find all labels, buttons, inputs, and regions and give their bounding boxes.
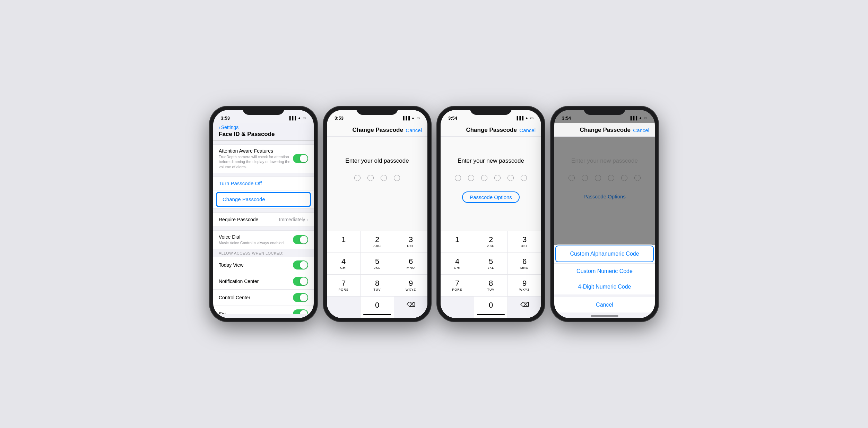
custom-numeric-item[interactable]: Custom Numeric Code bbox=[554, 263, 655, 279]
action-sheet-items: Custom Alphanumeric Code Custom Numeric … bbox=[554, 245, 655, 294]
dot-3-6 bbox=[521, 175, 527, 181]
home-bar-4 bbox=[591, 315, 618, 317]
wifi-icon-3: ▲ bbox=[525, 116, 529, 120]
key-2-7[interactable]: 7PQRS bbox=[327, 275, 360, 296]
key-2-1[interactable]: 1 bbox=[327, 231, 360, 252]
attention-label: Attention Aware Features bbox=[219, 148, 293, 154]
turn-passcode-off-row[interactable]: Turn Passcode Off bbox=[213, 177, 314, 190]
phone-1: 3:53 ▐▐▐ ▲ ▭ ‹ Settings Face ID & Passco… bbox=[210, 106, 317, 322]
row-attention: Attention Aware Features TrueDepth camer… bbox=[213, 144, 314, 173]
status-icons-2: ▐▐▐ ▲ ▭ bbox=[402, 116, 420, 120]
attention-toggle[interactable] bbox=[293, 154, 308, 163]
dot-2-2 bbox=[367, 175, 374, 181]
voice-dial-content: Voice Dial Music Voice Control is always… bbox=[219, 234, 285, 245]
signal-icon: ▐▐▐ bbox=[288, 116, 296, 120]
key-3-1[interactable]: 1 bbox=[441, 231, 474, 252]
battery-icon-4: ▭ bbox=[644, 116, 647, 120]
time-2: 3:53 bbox=[335, 115, 344, 121]
key-2-3[interactable]: 3DEF bbox=[394, 231, 427, 252]
key-3-8[interactable]: 8TUV bbox=[474, 275, 507, 296]
time-3: 3:54 bbox=[448, 115, 457, 121]
key-3-9[interactable]: 9WXYZ bbox=[508, 275, 541, 296]
back-label-1: Settings bbox=[221, 125, 239, 130]
cancel-btn-2[interactable]: Cancel bbox=[406, 127, 422, 133]
notch-1 bbox=[243, 106, 284, 115]
dot-2-1 bbox=[354, 175, 361, 181]
change-passcode-row[interactable]: Change Passcode bbox=[216, 192, 311, 207]
wifi-icon: ▲ bbox=[297, 116, 301, 120]
key-2-8[interactable]: 8TUV bbox=[361, 275, 394, 296]
battery-icon-3: ▭ bbox=[530, 116, 533, 120]
today-view-label: Today View bbox=[219, 262, 243, 268]
custom-alpha-item[interactable]: Custom Alphanumeric Code bbox=[555, 246, 654, 262]
custom-alpha-wrapper: Custom Alphanumeric Code bbox=[554, 245, 655, 263]
notch-4 bbox=[584, 106, 625, 115]
nav-bar-1: ‹ Settings Face ID & Passcode bbox=[213, 123, 314, 141]
siri-label: Siri bbox=[219, 311, 226, 314]
action-sheet-cancel[interactable]: Cancel bbox=[554, 297, 655, 313]
four-digit-item[interactable]: 4-Digit Numeric Code bbox=[554, 279, 655, 294]
turn-passcode-off-label: Turn Passcode Off bbox=[219, 180, 262, 186]
notch-3 bbox=[470, 106, 512, 115]
dot-3-5 bbox=[507, 175, 514, 181]
dot-3-4 bbox=[494, 175, 501, 181]
allow-access-header: ALLOW ACCESS WHEN LOCKED: bbox=[213, 249, 314, 257]
key-3-3[interactable]: 3DEF bbox=[508, 231, 541, 252]
notch-2 bbox=[356, 106, 398, 115]
require-detail: Immediately bbox=[279, 217, 305, 222]
siri-toggle[interactable] bbox=[293, 309, 308, 314]
notification-center-label: Notification Center bbox=[219, 279, 259, 284]
passcode-nav-3: Change Passcode Cancel bbox=[441, 123, 541, 137]
dot-3-1 bbox=[455, 175, 461, 181]
voice-dial-sub: Music Voice Control is always enabled. bbox=[219, 240, 285, 245]
passcode-options-btn-3[interactable]: Passcode Options bbox=[462, 191, 520, 203]
key-2-9[interactable]: 9WXYZ bbox=[394, 275, 427, 296]
home-indicator-2 bbox=[327, 314, 427, 315]
dot-3-3 bbox=[481, 175, 487, 181]
control-center-toggle[interactable] bbox=[293, 293, 308, 302]
passcode-title-2: Change Passcode bbox=[352, 127, 403, 134]
phones-container: 3:53 ▐▐▐ ▲ ▭ ‹ Settings Face ID & Passco… bbox=[210, 106, 658, 322]
change-passcode-wrapper: Change Passcode bbox=[213, 190, 314, 209]
change-passcode-label: Change Passcode bbox=[223, 196, 265, 202]
key-2-6[interactable]: 6MNO bbox=[394, 253, 427, 274]
cancel-btn-3[interactable]: Cancel bbox=[519, 127, 536, 133]
key-3-4[interactable]: 4GHI bbox=[441, 253, 474, 274]
status-icons-1: ▐▐▐ ▲ ▭ bbox=[288, 116, 306, 120]
key-3-6[interactable]: 6MNO bbox=[508, 253, 541, 274]
screen-3: 3:54 ▐▐▐ ▲ ▭ Change Passcode Cancel Ente… bbox=[441, 110, 541, 318]
key-2-4[interactable]: 4GHI bbox=[327, 253, 360, 274]
key-3-2[interactable]: 2ABC bbox=[474, 231, 507, 252]
dot-2-4 bbox=[394, 175, 400, 181]
passcode-dots-2 bbox=[327, 175, 427, 181]
require-detail-group: Immediately › bbox=[279, 217, 308, 222]
screen-4: 3:54 ▐▐▐ ▲ ▭ Change Passcode Cancel Ente… bbox=[554, 110, 655, 318]
passcode-dots-3 bbox=[441, 175, 541, 181]
home-bar-2 bbox=[363, 314, 391, 315]
control-center-row: Control Center bbox=[213, 290, 314, 306]
screen-2: 3:53 ▐▐▐ ▲ ▭ Change Passcode Cancel Ente… bbox=[327, 110, 427, 318]
home-indicator-3 bbox=[441, 314, 541, 315]
key-2-2[interactable]: 2ABC bbox=[361, 231, 394, 252]
key-2-5[interactable]: 5JKL bbox=[361, 253, 394, 274]
back-button-1[interactable]: ‹ Settings bbox=[219, 125, 308, 130]
battery-icon-2: ▭ bbox=[416, 116, 420, 120]
signal-icon-3: ▐▐▐ bbox=[515, 116, 523, 120]
time-1: 3:53 bbox=[221, 115, 230, 121]
signal-icon-2: ▐▐▐ bbox=[402, 116, 410, 120]
cancel-btn-4[interactable]: Cancel bbox=[633, 127, 649, 133]
siri-row: Siri bbox=[213, 306, 314, 314]
passcode-options-wrapper-3: Passcode Options bbox=[441, 191, 541, 210]
settings-content-1: Attention Aware Features TrueDepth camer… bbox=[213, 141, 314, 314]
key-3-7[interactable]: 7PQRS bbox=[441, 275, 474, 296]
status-icons-4: ▐▐▐ ▲ ▭ bbox=[629, 116, 647, 120]
notification-center-toggle[interactable] bbox=[293, 277, 308, 286]
passcode-nav-2: Change Passcode Cancel bbox=[327, 123, 427, 137]
numpad-3: 1 2ABC 3DEF 4GHI 5JKL 6MNO 7PQRS 8TUV 9W… bbox=[441, 231, 541, 318]
key-3-5[interactable]: 5JKL bbox=[474, 253, 507, 274]
today-view-toggle[interactable] bbox=[293, 260, 308, 269]
row-attention-content: Attention Aware Features TrueDepth camer… bbox=[219, 148, 293, 169]
status-icons-3: ▐▐▐ ▲ ▭ bbox=[515, 116, 533, 120]
voice-dial-toggle[interactable] bbox=[293, 235, 308, 244]
require-passcode-row[interactable]: Require Passcode Immediately › bbox=[213, 212, 314, 227]
